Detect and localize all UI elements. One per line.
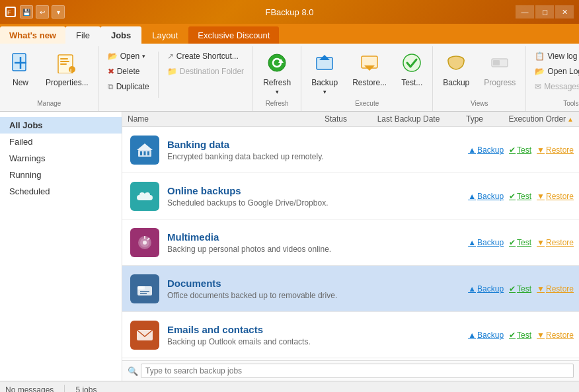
- backup-action-cloud[interactable]: ▲ Backup: [468, 192, 504, 201]
- sidebar-item-failed[interactable]: Failed: [0, 134, 122, 150]
- sort-icon: ▲: [567, 116, 574, 123]
- job-icon-documents: [128, 274, 162, 303]
- destination-folder-button[interactable]: 📁 Destination Folder: [163, 64, 249, 79]
- delete-button[interactable]: ✖ Delete: [103, 64, 154, 79]
- backupv-button[interactable]: Backup: [437, 49, 475, 91]
- restore-button[interactable]: ◻: [535, 5, 554, 19]
- sidebar-item-all-jobs[interactable]: All Jobs: [0, 117, 122, 134]
- title-bar-left: F 💾 ↩ ▾: [5, 5, 65, 19]
- restore-action-documents[interactable]: ▼ Restore: [537, 284, 574, 294]
- test-check3: ✔: [509, 238, 516, 247]
- tools-group-label: Tools: [530, 98, 579, 108]
- restore-down-arrow: ▼: [537, 145, 545, 155]
- sidebar-item-scheduled[interactable]: Scheduled: [0, 183, 122, 200]
- job-desc-emails: Backing up Outlook emails and contacts.: [167, 337, 423, 346]
- table-row[interactable]: Online backups Scheduled backups to Goog…: [122, 173, 579, 219]
- properties-button[interactable]: i Properties...: [40, 49, 95, 91]
- table-row[interactable]: Documents Office documents backed up to …: [122, 266, 579, 312]
- new-button[interactable]: New: [4, 49, 37, 91]
- backup-action-multimedia[interactable]: ▲ Backup: [468, 238, 504, 247]
- test-icon: [401, 52, 422, 77]
- svg-rect-23: [140, 151, 142, 155]
- refresh-icon: [266, 52, 288, 77]
- job-actions-multimedia: ▲ Backup ✔ Test ▼ Restore: [428, 238, 574, 247]
- ribbon-separator-1: [158, 52, 159, 98]
- svg-rect-25: [147, 151, 149, 155]
- progress-button[interactable]: Progress: [478, 49, 521, 91]
- restore-action-multimedia[interactable]: ▼ Restore: [537, 238, 574, 247]
- quick-arrow-btn[interactable]: ▾: [52, 5, 65, 19]
- backup-action-banking[interactable]: ▲ Backup: [468, 145, 504, 155]
- restore-button[interactable]: Restore...: [346, 49, 393, 91]
- job-name-multimedia: Multimedia: [167, 231, 423, 243]
- sidebar: All Jobs Failed Warnings Running Schedul…: [0, 112, 122, 381]
- messages-button[interactable]: ✉ Messages: [530, 79, 579, 94]
- app-icon: F: [5, 7, 16, 17]
- tab-whats-new[interactable]: What's new: [0, 26, 65, 44]
- open-log-folder-icon: 📂: [535, 67, 545, 76]
- job-desc-documents: Office documents backed up to removable …: [167, 291, 423, 300]
- table-row[interactable]: Banking data Encrypted banking data back…: [122, 127, 579, 173]
- progress-icon: [489, 52, 510, 77]
- status-bar: No messages 5 jobs: [0, 381, 579, 392]
- open-log-folder-button[interactable]: 📂 Open Log Folder: [530, 64, 579, 79]
- minimize-button[interactable]: —: [516, 5, 534, 19]
- restore-action-cloud[interactable]: ▼ Restore: [537, 192, 574, 201]
- backup-up-arrow5: ▲: [468, 331, 476, 340]
- col-status: Status: [309, 114, 362, 124]
- ribbon-group-refresh-content: Refresh ▾: [257, 46, 297, 98]
- test-action-emails[interactable]: ✔ Test: [509, 331, 531, 340]
- search-input[interactable]: [141, 364, 574, 378]
- restore-icon: [359, 52, 380, 77]
- new-icon: [10, 52, 31, 77]
- status-messages: No messages: [5, 385, 54, 393]
- tab-file[interactable]: File: [65, 26, 100, 44]
- job-name-documents: Documents: [167, 278, 423, 289]
- table-row[interactable]: Emails and contacts Backing up Outlook e…: [122, 312, 579, 358]
- ribbon-group-new: New i Properties... Manage: [0, 46, 99, 111]
- svg-text:F: F: [7, 9, 11, 16]
- ribbon-group-manage-content: 📂 Open ▾ ✖ Delete ⧉ Duplicate ↗ Create S…: [103, 46, 249, 106]
- sidebar-item-running[interactable]: Running: [0, 167, 122, 183]
- open-icon: 📂: [108, 52, 118, 61]
- restore-action-banking[interactable]: ▼ Restore: [537, 145, 574, 155]
- duplicate-button[interactable]: ⧉ Duplicate: [103, 79, 154, 94]
- test-action-cloud[interactable]: ✔ Test: [509, 192, 531, 201]
- backup-up-arrow4: ▲: [468, 284, 476, 294]
- tab-layout[interactable]: Layout: [141, 26, 188, 44]
- test-check2: ✔: [509, 192, 516, 201]
- tab-jobs[interactable]: Jobs: [100, 26, 141, 44]
- sidebar-item-warnings[interactable]: Warnings: [0, 150, 122, 167]
- job-desc-multimedia: Backing up personal photos and videos on…: [167, 245, 423, 254]
- close-button[interactable]: ✕: [555, 5, 574, 19]
- table-row[interactable]: Multimedia Backing up personal photos an…: [122, 219, 579, 266]
- views-group-label: Views: [437, 98, 521, 108]
- messages-icon: ✉: [535, 82, 541, 91]
- backup-up-arrow3: ▲: [468, 238, 476, 247]
- open-arrow: ▾: [142, 53, 145, 59]
- backup-action-documents[interactable]: ▲ Backup: [468, 284, 504, 294]
- search-bar: 🔍: [122, 360, 579, 381]
- col-execution-order[interactable]: Execution Order ▲: [494, 114, 574, 124]
- tab-exclusive-discount[interactable]: Exclusive Discount: [188, 26, 279, 44]
- backup-icon: [314, 52, 335, 77]
- create-shortcut-button[interactable]: ↗ Create Shortcut...: [163, 49, 249, 63]
- restore-action-emails[interactable]: ▼ Restore: [537, 331, 574, 340]
- delete-icon: ✖: [108, 67, 114, 76]
- quick-undo-btn[interactable]: ↩: [36, 5, 49, 19]
- test-button[interactable]: Test...: [395, 49, 428, 91]
- backup-action-emails[interactable]: ▲ Backup: [468, 331, 504, 340]
- quick-save-btn[interactable]: 💾: [20, 5, 33, 19]
- backup-arrow: ▾: [323, 89, 327, 95]
- refresh-button[interactable]: Refresh ▾: [257, 49, 297, 98]
- test-action-multimedia[interactable]: ✔ Test: [509, 238, 531, 247]
- destination-folder-icon: 📁: [167, 67, 177, 76]
- job-desc-banking: Encrypted banking data backed up remotel…: [167, 152, 423, 161]
- restore-down-arrow3: ▼: [537, 238, 545, 247]
- test-action-documents[interactable]: ✔ Test: [509, 284, 531, 294]
- job-desc-cloud: Scheduled backups to Google Drive/Dropbo…: [167, 198, 423, 208]
- view-log-button[interactable]: 📋 View log ▾: [530, 49, 579, 63]
- backup-button[interactable]: Backup ▾: [305, 49, 344, 98]
- open-button[interactable]: 📂 Open ▾: [103, 49, 154, 63]
- test-action-banking[interactable]: ✔ Test: [509, 145, 531, 155]
